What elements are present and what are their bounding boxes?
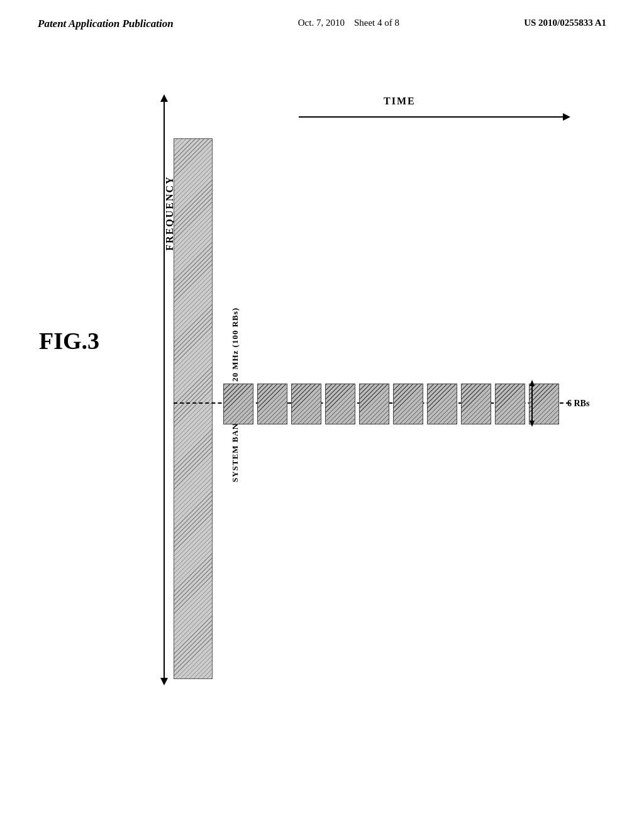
rb-block-2	[257, 384, 287, 424]
patent-number: US 2010/0255833 A1	[524, 18, 606, 28]
rb-block-6	[393, 384, 423, 424]
publication-type: Patent Application Publication	[38, 18, 174, 30]
frequency-axis	[164, 101, 165, 679]
rb-block-1	[223, 384, 253, 424]
diagram-container: TIME FREQUENCY SYSTEM BANDWIDTH 20 MHz (…	[113, 82, 604, 773]
rb-block-8	[461, 384, 491, 424]
rb-block-9	[495, 384, 525, 424]
svg-marker-1	[530, 380, 535, 386]
system-bandwidth-bar	[174, 138, 213, 679]
sheet-info: Sheet 4 of 8	[354, 18, 399, 28]
figure-label: FIG.3	[39, 327, 99, 355]
rb-block-4	[325, 384, 355, 424]
header-info: Oct. 7, 2010 Sheet 4 of 8	[298, 18, 399, 28]
rbs-bracket-icon	[527, 380, 565, 427]
time-axis	[299, 116, 563, 118]
rb-block-3	[291, 384, 321, 424]
time-label: TIME	[384, 96, 416, 107]
rbs-label-text: 6 RBs	[567, 399, 589, 409]
rbs-annotation: 6 RBs	[527, 380, 589, 427]
rb-blocks-row	[223, 384, 559, 424]
svg-marker-2	[530, 421, 535, 427]
rb-block-5	[359, 384, 389, 424]
pub-date: Oct. 7, 2010	[298, 18, 345, 28]
page-header: Patent Application Publication Oct. 7, 2…	[0, 18, 644, 30]
rb-block-7	[427, 384, 457, 424]
